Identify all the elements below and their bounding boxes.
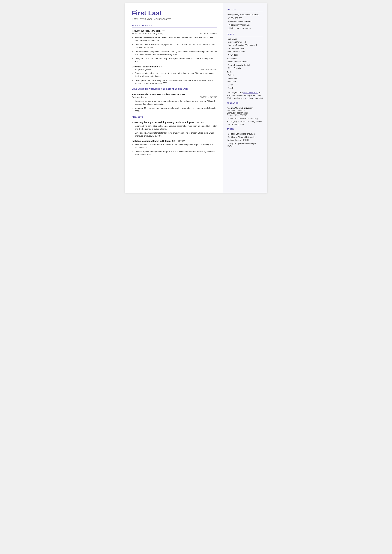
edu-degree: Associate of Science (227, 109, 263, 112)
job-2-dates: 06/2010 – 12/2014 (200, 68, 217, 70)
job-block-1: Resume Worded, New York, NY Entry Level … (132, 29, 217, 63)
job-1-bullets: Assisted in creating a virtual desktop e… (135, 36, 217, 63)
skills-section-title: SKILLS (227, 33, 263, 35)
skill-item: Splunk (227, 74, 263, 77)
skill-item: Network Security Control (227, 64, 263, 67)
project-1-title: Assessing the Impact of Training among J… (132, 121, 194, 124)
promo-text: Don't forget to use Resume Worded to sca… (227, 91, 263, 100)
work-experience-section-title: WORK EXPERIENCE (132, 24, 217, 27)
project-1-header: Assessing the Impact of Training among J… (132, 121, 217, 124)
vol-1-company: Resume Worded's Business Society, New Yo… (132, 93, 185, 96)
job-1-header: Resume Worded, New York, NY (132, 29, 217, 32)
list-item: Organized company staff development prog… (135, 99, 217, 106)
other-item: Certified in Risk and Information System… (227, 136, 263, 141)
skill-item: NumPy (227, 87, 263, 90)
list-item: Examined the correlation between continu… (135, 124, 217, 131)
volunteering-section-title: VOLUNTEERING ACTIVITIES AND EXTRACURRICU… (132, 88, 217, 90)
vol-1-header: Resume Worded's Business Society, New Yo… (132, 93, 217, 96)
projects-divider (132, 119, 217, 119)
skill-item: Colab (227, 84, 263, 86)
list-item: Mentored 10+ team members on new technol… (135, 106, 217, 113)
vol-1-title-row: Software Trainer 06/2009 – 04/2010 (132, 96, 217, 98)
other-section-title: OTHER (227, 128, 263, 130)
volunteering-divider (132, 91, 217, 91)
project-1-date: 05/2009 (196, 121, 204, 124)
skill-item: Scripting (Advanced) (227, 41, 263, 44)
skill-item: Cloud Security (227, 67, 263, 70)
edu-field: Computer Programming (227, 112, 263, 114)
vol-1-bullets: Organized company staff development prog… (135, 99, 217, 112)
promo-link[interactable]: Resume Worded (244, 91, 258, 94)
project-block-2: Isolating Malicious Codes in Different O… (132, 140, 217, 156)
job-1-title-row: Entry Level Cyber Security Analyst 01/20… (132, 32, 217, 35)
skill-item: System Administration (227, 61, 263, 63)
left-column: First Last Entry Level Cyber Security An… (125, 3, 223, 193)
hard-skills-list: Scripting (Advanced) Intrusion Detection… (227, 41, 263, 56)
resume-page: First Last Entry Level Cyber Security An… (125, 3, 267, 193)
edu-institution: Resume Worded University (227, 107, 263, 109)
candidate-subtitle: Entry Level Cyber Security Analyst (132, 18, 217, 21)
list-item: Designed a new database modeling techniq… (135, 57, 217, 63)
contact-section-title: CONTACT (227, 9, 263, 11)
skill-item: Selenium (227, 80, 263, 83)
education-divider (227, 105, 263, 105)
project-block-1: Assessing the Impact of Training among J… (132, 121, 217, 138)
hard-skills-label: Hard Skills: (227, 38, 263, 40)
tools-label: Tools: (227, 71, 263, 73)
contact-item-github: github.com/resumeworded (227, 27, 263, 30)
techniques-label: Techniques: (227, 58, 263, 60)
contact-item-location: Montgomery, MA (Open to Remote) (227, 14, 263, 16)
contact-item-email: email@resumeworded.com (227, 20, 263, 23)
edu-awards: Awards: Resume Worded Teaching Fellow (o… (227, 117, 263, 126)
project-2-title: Isolating Malicious Codes in Different O… (132, 140, 175, 142)
contact-item-linkedin: linkedin.com/in/username (227, 24, 263, 27)
candidate-name: First Last (132, 9, 217, 17)
list-item: Conducted sweeping network audits to ide… (135, 50, 217, 56)
job-2-header: Growthsi, San Francisco, CA (132, 65, 217, 68)
project-2-header: Isolating Malicious Codes in Different O… (132, 140, 217, 142)
vol-1-dates: 06/2009 – 04/2010 (200, 96, 217, 98)
tools-list: Splunk Wireshark Selenium Colab NumPy (227, 74, 263, 90)
techniques-list: System Administration Network Security C… (227, 61, 263, 70)
volunteering-block-1: Resume Worded's Business Society, New Yo… (132, 93, 217, 112)
list-item: Developed a client-side utility that all… (135, 79, 217, 85)
job-1-title: Entry Level Cyber Security Analyst (132, 32, 165, 35)
project-2-date: 04/2009 (178, 140, 185, 142)
skill-item: Wireshark (227, 77, 263, 80)
other-divider (227, 131, 263, 131)
right-column: CONTACT Montgomery, MA (Open to Remote) … (223, 3, 267, 193)
other-item: CompTIA Cybersecurity Analyst (CySA+) (227, 142, 263, 148)
contact-divider (227, 12, 263, 12)
promo-text-before: Don't forget to use (227, 91, 244, 94)
job-2-company: Growthsi, San Francisco, CA (132, 65, 162, 68)
job-1-company: Resume Worded, New York, NY (132, 29, 165, 32)
skill-item: Intrusion Detection (Experienced) (227, 44, 263, 47)
job-2-title-row: IT Support Engineer 06/2010 – 12/2014 (132, 68, 217, 70)
list-item: Researched the vulnerabilities in Linux … (135, 143, 217, 149)
vol-1-title: Software Trainer (132, 96, 148, 98)
project-2-bullets: Researched the vulnerabilities in Linux … (135, 143, 217, 156)
skill-item: Threat Assessment (227, 50, 263, 53)
skill-item: Incident Response (227, 47, 263, 50)
job-2-title: IT Support Engineer (132, 68, 151, 70)
list-item: Served as a technical resource for 20+ s… (135, 71, 217, 78)
education-section-title: EDUCATION (227, 102, 263, 104)
edu-location: Boston, MA — 05/2010 (227, 114, 263, 116)
project-1-bullets: Examined the correlation between continu… (135, 124, 217, 138)
contact-list: Montgomery, MA (Open to Remote) +1-234-4… (227, 14, 263, 30)
list-item: Detected several vulnerabilities, system… (135, 43, 217, 49)
list-item: Developed training materials for low-lev… (135, 131, 217, 138)
job-block-2: Growthsi, San Francisco, CA IT Support E… (132, 65, 217, 85)
list-item: Devised a patch management program that … (135, 150, 217, 156)
projects-section-title: PROJECTS (132, 116, 217, 118)
job-1-dates: 01/2015 – Present (200, 32, 217, 35)
skill-item: Networking (227, 54, 263, 56)
contact-item-phone: +1-234-456-789 (227, 17, 263, 20)
job-2-bullets: Served as a technical resource for 20+ s… (135, 71, 217, 85)
other-item: Certified Ethical Hacker (CEH) (227, 133, 263, 135)
list-item: Assisted in creating a virtual desktop e… (135, 36, 217, 42)
other-list: Certified Ethical Hacker (CEH) Certified… (227, 133, 263, 148)
